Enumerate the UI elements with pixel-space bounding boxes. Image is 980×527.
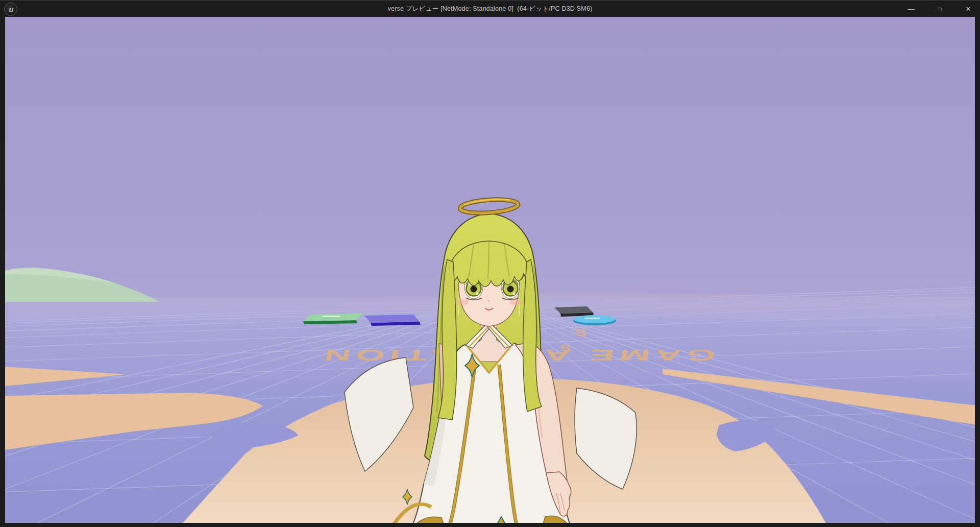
game-viewport[interactable]: GAME ANIMATION S S [5,17,975,523]
angel-character [337,193,643,523]
unreal-engine-logo-icon[interactable]: u [4,3,17,16]
halo [459,198,518,214]
left-blush [456,299,469,305]
window-title: verse プレビュー [NetMode: Standalone 0] (64-… [0,5,980,13]
title-bar: u verse プレビュー [NetMode: Standalone 0] (6… [0,0,980,17]
right-blush [510,299,522,305]
logo-glyph: u [8,5,13,13]
window-controls: — □ ✕ [903,1,976,17]
maximize-icon[interactable]: □ [932,3,947,16]
minimize-icon[interactable]: — [903,3,919,16]
dress-wing-left [345,357,413,471]
close-icon[interactable]: ✕ [961,3,976,16]
hem-star [403,489,412,505]
dress-wing-right [575,388,636,489]
